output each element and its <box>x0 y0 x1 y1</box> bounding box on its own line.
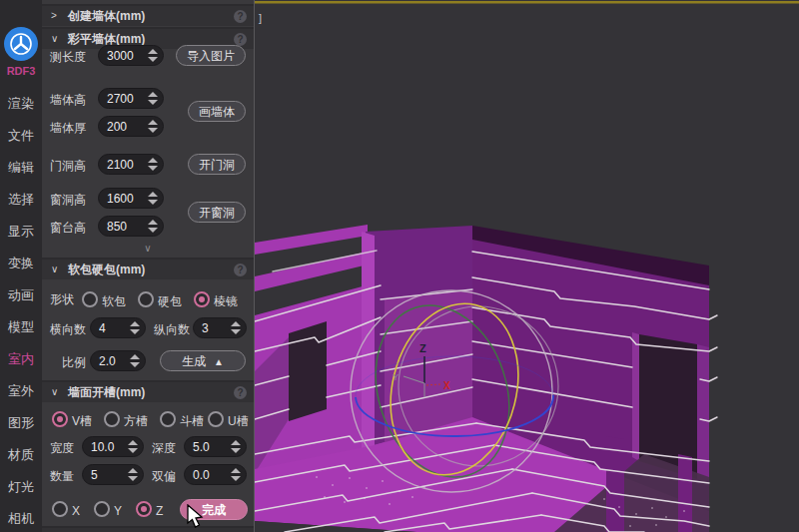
radio-icon-selected[interactable] <box>136 501 152 517</box>
sidebar-item-camera[interactable]: 相机 <box>0 510 42 528</box>
groove-depth-input[interactable] <box>193 438 230 455</box>
spinner-up-icon[interactable] <box>128 440 138 445</box>
sidebar-item-light[interactable]: 灯光 <box>0 478 42 496</box>
radio-icon-selected[interactable] <box>194 291 210 307</box>
spinner-down-icon[interactable] <box>148 200 158 205</box>
sidebar-item-edit[interactable]: 编辑 <box>0 159 42 177</box>
groove-count-input[interactable] <box>91 466 127 483</box>
spinner[interactable] <box>130 353 140 368</box>
scene-canvas[interactable]: ] <box>255 0 799 532</box>
sidebar-item-shape[interactable]: 图形 <box>0 414 42 432</box>
wall-thickness-input[interactable] <box>107 118 147 135</box>
spinner-down-icon[interactable] <box>231 476 241 481</box>
window-height-input[interactable] <box>107 190 147 207</box>
sidebar-item-exterior[interactable]: 室外 <box>0 382 42 400</box>
sill-height-field[interactable] <box>98 216 164 237</box>
h-count-input[interactable] <box>99 319 129 336</box>
help-icon[interactable]: ? <box>234 10 247 23</box>
spinner[interactable] <box>231 320 241 335</box>
radio-axis-z[interactable]: Z <box>136 501 163 518</box>
radio-dou-groove[interactable]: 斗槽 <box>160 411 204 430</box>
spinner-up-icon[interactable] <box>148 92 158 97</box>
v-count-input[interactable] <box>202 319 230 336</box>
spinner-down-icon[interactable] <box>148 128 158 133</box>
spinner-down-icon[interactable] <box>148 228 158 233</box>
radio-icon[interactable] <box>138 291 154 307</box>
spinner-up-icon[interactable] <box>231 321 241 326</box>
section-header-softpack[interactable]: ∨ 软包硬包(mm) ? <box>42 258 254 279</box>
radio-icon[interactable] <box>160 411 176 427</box>
radio-icon[interactable] <box>52 501 68 517</box>
import-image-button[interactable]: 导入图片 <box>176 45 246 66</box>
spinner[interactable] <box>148 219 158 234</box>
wall-thickness-field[interactable] <box>98 116 164 137</box>
spinner-up-icon[interactable] <box>148 158 158 163</box>
app-logo-icon[interactable] <box>4 27 38 61</box>
wall-height-field[interactable] <box>98 88 164 109</box>
sidebar-item-transform[interactable]: 变换 <box>0 255 42 272</box>
spinner-down-icon[interactable] <box>231 448 241 453</box>
spinner-up-icon[interactable] <box>231 468 241 473</box>
ratio-input[interactable] <box>99 352 129 369</box>
spinner-up-icon[interactable] <box>148 120 158 125</box>
ratio-field[interactable] <box>90 350 146 371</box>
radio-icon[interactable] <box>208 411 224 427</box>
groove-offset-input[interactable] <box>193 466 230 483</box>
spinner[interactable] <box>148 191 158 206</box>
radio-softpack[interactable]: 软包 <box>82 291 126 310</box>
v-count-field[interactable] <box>193 317 247 338</box>
radio-prism[interactable]: 棱镜 <box>194 291 238 310</box>
spinner-up-icon[interactable] <box>148 220 158 225</box>
sidebar-item-display[interactable]: 显示 <box>0 223 42 241</box>
help-icon[interactable]: ? <box>234 386 247 399</box>
spinner-down-icon[interactable] <box>231 329 241 334</box>
spinner-up-icon[interactable] <box>148 192 158 197</box>
groove-width-input[interactable] <box>91 438 127 455</box>
radio-axis-y[interactable]: Y <box>94 501 122 518</box>
h-count-field[interactable] <box>90 317 146 338</box>
section-collapse-handle[interactable]: ∨ <box>42 243 254 255</box>
viewport-3d[interactable]: ] <box>255 0 799 532</box>
wall-height-input[interactable] <box>107 90 147 107</box>
spinner-down-icon[interactable] <box>128 448 138 453</box>
radio-icon[interactable] <box>82 291 98 307</box>
spinner[interactable] <box>128 467 138 482</box>
groove-count-field[interactable] <box>82 464 144 485</box>
radio-icon-selected[interactable] <box>52 411 68 427</box>
radio-hardpack[interactable]: 硬包 <box>138 291 182 310</box>
spinner-up-icon[interactable] <box>130 354 140 359</box>
section-header-groove[interactable]: ∨ 墙面开槽(mm) ? <box>42 380 254 402</box>
radio-icon[interactable] <box>94 501 110 517</box>
door-height-field[interactable] <box>98 154 164 175</box>
groove-width-field[interactable] <box>82 436 144 457</box>
spinner[interactable] <box>148 91 158 106</box>
radio-u-groove[interactable]: U槽 <box>208 411 249 430</box>
radio-icon[interactable] <box>104 411 120 427</box>
radio-square-groove[interactable]: 方槽 <box>104 411 148 430</box>
spinner-down-icon[interactable] <box>148 100 158 105</box>
spinner[interactable] <box>148 48 158 63</box>
groove-depth-field[interactable] <box>184 436 247 457</box>
help-icon[interactable]: ? <box>234 264 247 276</box>
sidebar-item-model[interactable]: 模型 <box>0 318 42 336</box>
sidebar-item-anim[interactable]: 动画 <box>0 286 42 304</box>
radio-v-groove[interactable]: V槽 <box>52 411 92 430</box>
spinner-up-icon[interactable] <box>128 468 138 473</box>
sidebar-item-file[interactable]: 文件 <box>0 127 42 145</box>
section-header-create-wall[interactable]: > 创建墙体(mm) ? <box>42 4 254 26</box>
measure-length-input[interactable] <box>107 47 147 64</box>
groove-offset-field[interactable] <box>184 464 247 485</box>
spinner-up-icon[interactable] <box>148 49 158 54</box>
spinner[interactable] <box>231 467 241 482</box>
spinner-down-icon[interactable] <box>130 362 140 367</box>
spinner-up-icon[interactable] <box>130 321 140 326</box>
spinner-down-icon[interactable] <box>130 329 140 334</box>
spinner-up-icon[interactable] <box>231 440 241 445</box>
open-door-button[interactable]: 开门洞 <box>188 154 246 175</box>
spinner[interactable] <box>130 320 140 335</box>
spinner[interactable] <box>148 157 158 172</box>
window-height-field[interactable] <box>98 188 164 209</box>
spinner-down-icon[interactable] <box>148 57 158 62</box>
radio-axis-x[interactable]: X <box>52 501 80 518</box>
sidebar-item-interior[interactable]: 室内 <box>0 350 42 368</box>
